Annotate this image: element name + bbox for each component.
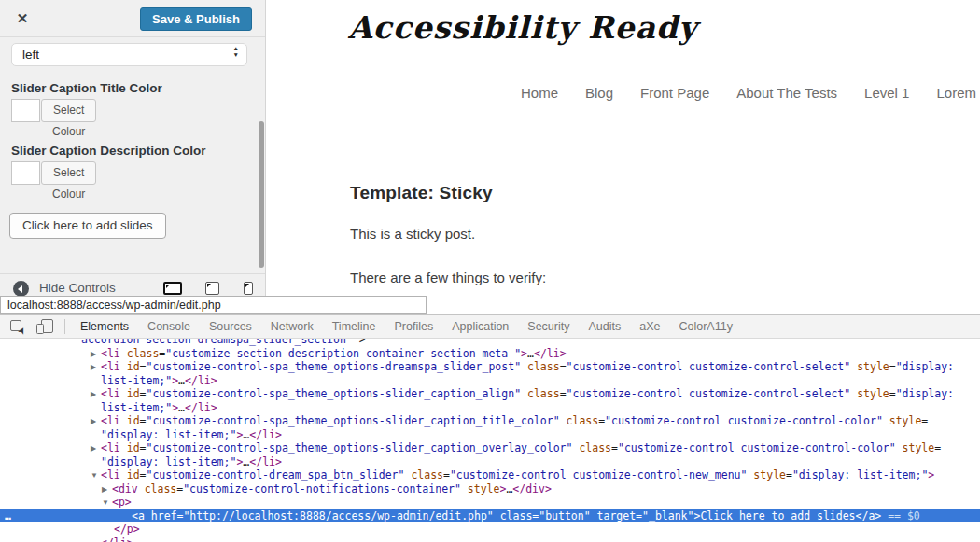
code-line[interactable]: </li>	[0, 536, 980, 542]
tablet-preview-icon[interactable]	[205, 282, 219, 295]
code-token: list-item;"	[101, 401, 172, 414]
code-token: …	[178, 374, 185, 387]
more-actions-icon[interactable]: …	[5, 509, 12, 523]
close-icon[interactable]: ✕	[13, 9, 32, 28]
nav-link-level-1[interactable]: Level 1	[864, 85, 909, 101]
code-line[interactable]: </p>	[0, 522, 980, 536]
devtools-tab-application[interactable]: Application	[442, 315, 518, 338]
nav-link-about-the-tests[interactable]: About The Tests	[736, 85, 837, 101]
code-token: style	[747, 468, 786, 481]
code-token: =	[560, 360, 567, 373]
devtools-tab-security[interactable]: Security	[518, 315, 579, 338]
code-token: </li>	[185, 401, 217, 414]
disclosure-triangle-icon[interactable]: ▶	[91, 388, 101, 402]
slider-caption-description-color-label: Slider Caption Description Color	[11, 144, 206, 158]
post-title: Template: Sticky	[350, 183, 493, 203]
nav-link-lorem[interactable]: Lorem	[936, 85, 976, 101]
caption-align-select[interactable]: left ▲▼	[11, 43, 247, 66]
disclosure-triangle-icon[interactable]: ▶	[91, 348, 101, 362]
code-line[interactable]: ▼<li id="customize-control-dream_spa_btn…	[0, 468, 980, 482]
code-line[interactable]: ▶<li id="customize-control-spa_theme_opt…	[0, 441, 980, 455]
code-token: =	[140, 414, 147, 427]
code-line[interactable]: ▼<p>	[0, 495, 980, 509]
mobile-preview-icon[interactable]	[244, 282, 253, 295]
code-token: "customize-control-spa_theme_options-dre…	[147, 360, 522, 373]
code-token: </li>	[185, 374, 217, 387]
code-token: =	[140, 360, 147, 373]
code-line[interactable]: list-item;">…</li>	[0, 401, 980, 415]
code-token: <div	[112, 482, 138, 495]
collapse-arrow-icon[interactable]	[13, 281, 29, 297]
code-token: </li>	[249, 455, 282, 468]
panel-scrollbar[interactable]	[259, 121, 264, 268]
code-token: …	[178, 401, 185, 414]
inspect-element-icon[interactable]: ➤	[10, 320, 24, 334]
select-colour-button[interactable]: Select Colour	[41, 161, 96, 185]
code-line[interactable]: ▶<div class="customize-control-notificat…	[0, 482, 980, 496]
devtools-tab-colora11y[interactable]: ColorA11y	[669, 315, 741, 338]
code-token: =	[889, 360, 896, 373]
disclosure-triangle-icon[interactable]: ▼	[91, 469, 101, 483]
select-colour-button[interactable]: Select Colour	[41, 99, 96, 122]
site-logo[interactable]: Accessibility Ready	[348, 9, 697, 46]
code-token: id	[120, 387, 140, 400]
devtools-tab-elements[interactable]: Elements	[71, 315, 138, 338]
code-token: "customize-section-description-container…	[165, 347, 521, 360]
code-token: =	[636, 509, 642, 522]
disclosure-triangle-icon[interactable]: ▶	[102, 483, 112, 497]
code-token: "customize-control-notifications-contain…	[183, 482, 461, 495]
code-line[interactable]: accordion-section-dreamspa_slider_sectio…	[0, 339, 980, 347]
nav-link-home[interactable]: Home	[521, 85, 558, 101]
code-token: =	[140, 441, 147, 454]
code-token: Click here to add slides	[700, 509, 855, 522]
code-token: class	[521, 360, 560, 373]
code-token: </div>	[512, 482, 552, 495]
save-publish-button[interactable]: Save & Publish	[140, 7, 252, 31]
code-token: target	[591, 509, 636, 522]
code-token: …	[527, 347, 534, 360]
disclosure-triangle-icon[interactable]: ▼	[102, 496, 112, 510]
code-token: "customize-control customize-control-new…	[450, 468, 748, 481]
code-token: "customize-control-dream_spa_btn_slider"	[147, 468, 405, 481]
code-line[interactable]: ▶<li class="customize-section-descriptio…	[0, 347, 980, 361]
code-token: accordion-section-dreamspa_slider_sectio…	[81, 339, 353, 346]
screen: Accessibility Ready HomeBlogFront PageAb…	[0, 0, 980, 542]
desktop-preview-icon[interactable]	[163, 282, 182, 295]
disclosure-triangle-icon[interactable]: ▶	[91, 415, 101, 429]
code-token: class	[494, 509, 533, 522]
code-token: id	[120, 414, 140, 427]
devtools-tab-network[interactable]: Network	[261, 315, 323, 338]
code-token: =	[786, 468, 792, 481]
add-slides-button[interactable]: Click here to add slides	[9, 213, 166, 239]
devtools-toolbar: ➤ ElementsConsoleSourcesNetworkTimelineP…	[0, 314, 980, 339]
code-line[interactable]: "display: list-item;">…</li>	[0, 428, 980, 442]
code-token: style	[850, 387, 889, 400]
code-token: <a	[132, 509, 145, 522]
code-line[interactable]: ▶<li id="customize-control-spa_theme_opt…	[0, 387, 980, 401]
color-swatch[interactable]	[11, 99, 40, 122]
devtools-tab-axe[interactable]: aXe	[630, 315, 669, 338]
hide-controls-link[interactable]: Hide Controls	[39, 281, 116, 295]
code-token: </li>	[249, 428, 282, 441]
nav-link-blog[interactable]: Blog	[585, 85, 613, 101]
code-token: "customize-control customize-control-sel…	[567, 387, 851, 400]
devtools-tab-audits[interactable]: Audits	[579, 315, 630, 338]
devtools-tab-timeline[interactable]: Timeline	[323, 315, 385, 338]
color-swatch[interactable]	[11, 161, 40, 185]
code-line[interactable]: ▶<li id="customize-control-spa_theme_opt…	[0, 414, 980, 428]
devtools-tab-console[interactable]: Console	[138, 315, 200, 338]
disclosure-triangle-icon[interactable]: ▶	[91, 442, 101, 456]
code-line[interactable]: list-item;">…</li>	[0, 374, 980, 388]
code-line[interactable]: "display: list-item;">…</li>	[0, 455, 980, 469]
code-line[interactable]: ▶<li id="customize-control-spa_theme_opt…	[0, 360, 980, 374]
devtools-tab-profiles[interactable]: Profiles	[385, 315, 442, 338]
nav-link-front-page[interactable]: Front Page	[640, 85, 709, 101]
selected-code-line[interactable]: …<a href="http://localhost:8888/access/w…	[0, 509, 980, 523]
code-token: </li>	[534, 347, 567, 360]
code-token: class	[521, 387, 560, 400]
device-toolbar-icon[interactable]	[36, 319, 53, 334]
devtools-tab-sources[interactable]: Sources	[200, 315, 261, 338]
disclosure-triangle-icon[interactable]: ▶	[91, 361, 101, 375]
code-token: =	[934, 441, 941, 454]
code-token: "display:	[896, 360, 954, 373]
